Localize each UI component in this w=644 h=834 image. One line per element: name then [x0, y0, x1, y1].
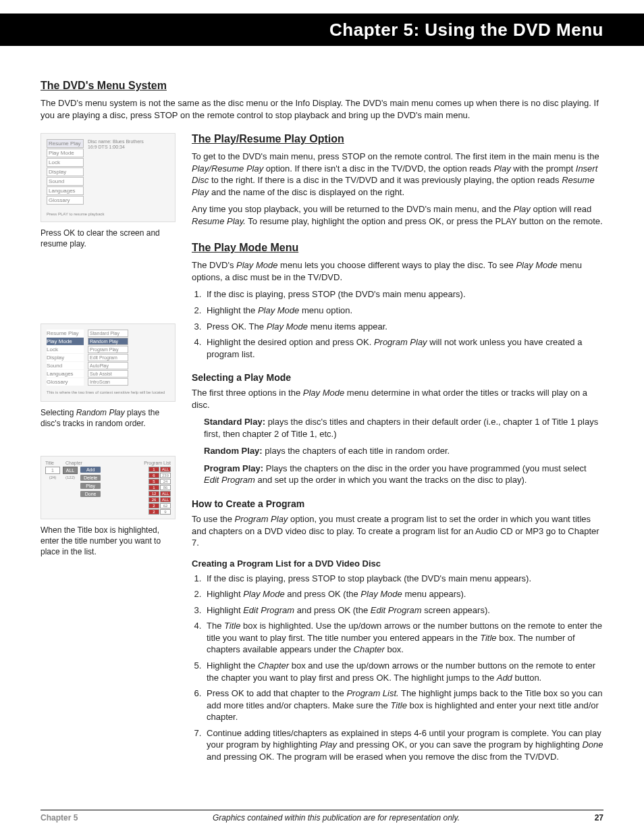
- step: The Title box is highlighted. Use the up…: [204, 620, 603, 656]
- figure3-caption: When the Title box is highlighted, enter…: [41, 525, 176, 558]
- standard-play-desc: Standard Play: plays the disc's titles a…: [204, 416, 603, 440]
- step: Highlight Play Mode and press OK (the Pl…: [204, 588, 603, 600]
- subsection-create-program-title: How to Create a Program: [192, 498, 603, 509]
- fig3-add-button: Add: [80, 467, 101, 473]
- section2-p1: To get to the DVD's main menu, press STO…: [192, 151, 603, 198]
- fig2-right-item: Random Play: [88, 338, 128, 345]
- fig2-right-item: Edit Program: [88, 354, 128, 361]
- fig1-disc-name: Disc name: Blues Brothers: [88, 139, 144, 145]
- footer-disclaimer: Graphics contained within this publicati…: [78, 813, 594, 823]
- step: Highlight Edit Program and press OK (the…: [204, 604, 603, 617]
- fig2-left-item: Glossary: [47, 378, 84, 386]
- section4-p1: The first three options in the Play Mode…: [192, 387, 603, 411]
- fig1-menu-item: Lock: [47, 158, 84, 167]
- section3-p1: The DVD's Play Mode menu lets you choose…: [192, 259, 603, 283]
- fig2-left-item: Display: [47, 354, 84, 361]
- figure2-caption: Selecting Random Play plays the disc's t…: [41, 407, 176, 429]
- chapter-title: Chapter 5: Using the DVD Menu: [329, 20, 603, 41]
- section-play-resume-title: The Play/Resume Play Option: [192, 133, 603, 145]
- fig3-program-list: 1ALL 6239 524 186 12ALL 26ALL 262 29: [149, 467, 171, 515]
- fig2-right-item: Program Play: [88, 346, 128, 353]
- fig1-menu-item: Display: [47, 167, 84, 176]
- footer-page-number: 27: [595, 813, 603, 823]
- fig1-menu-item: Languages: [47, 186, 84, 195]
- fig3-title-box: 1: [45, 467, 60, 474]
- fig3-delete-button: Delete: [80, 475, 101, 481]
- fig3-title-label: Title: [45, 461, 63, 465]
- footer-chapter: Chapter 5: [41, 813, 78, 823]
- fig1-menu-item: Play Mode: [47, 149, 84, 157]
- fig3-programlist-label: Program List: [144, 461, 171, 465]
- section1-paragraph: The DVD's menu system is not the same as…: [41, 97, 603, 121]
- fig1-disc-info: 16:9 DTS 1:00:34: [88, 145, 144, 150]
- section3-steps: If the disc is playing, press STOP (the …: [192, 288, 603, 360]
- section2-p2: Any time you stop playback, you will be …: [192, 203, 603, 227]
- fig2-left-item: Lock: [47, 346, 84, 353]
- section-play-mode-title: The Play Mode Menu: [192, 242, 603, 254]
- fig1-menu-item: Glossary: [47, 196, 84, 205]
- step: Highlight the Play Mode menu option.: [204, 305, 603, 317]
- fig1-menu-item: Resume Play: [47, 139, 84, 148]
- page: Chapter 5: Using the DVD Menu The DVD's …: [0, 0, 644, 834]
- fig2-right-item: IntroScan: [88, 378, 128, 386]
- fig3-chapter-label: Chapter: [65, 461, 83, 465]
- page-footer: Chapter 5 Graphics contained within this…: [41, 810, 603, 823]
- fig2-footer: This is where the two lines of context s…: [47, 390, 169, 395]
- step: Press OK. The Play Mode menu items appea…: [204, 321, 603, 333]
- fig2-left-item: Sound: [47, 362, 84, 369]
- fig3-title-count: (24): [45, 475, 60, 479]
- fig3-done-button: Done: [80, 491, 101, 497]
- fig2-left-item: Resume Play: [47, 330, 84, 337]
- section5-p1: To use the Program Play option, you must…: [192, 513, 603, 549]
- figure1-caption: Press OK to clear the screen and resume …: [41, 228, 176, 249]
- figure-play-mode-menu: Resume Play Play Mode Lock Display Sound…: [41, 323, 176, 401]
- chapter-header: Chapter 5: Using the DVD Menu: [0, 14, 644, 46]
- step: If the disc is playing, press STOP (the …: [204, 288, 603, 301]
- step: Highlight the desired option and press O…: [204, 336, 603, 360]
- section-dvd-menu-system-title: The DVD's Menu System: [41, 80, 603, 92]
- fig1-footer: Press PLAY to resume playback: [47, 212, 169, 216]
- random-play-desc: Random Play: plays the chapters of each …: [204, 445, 603, 457]
- fig3-chapter-box: ALL: [63, 467, 78, 474]
- fig2-right-item: Sub Assist: [88, 370, 128, 377]
- subsection-create-program-list-title: Creating a Program List for a DVD Video …: [192, 558, 603, 569]
- fig2-left-item: Play Mode: [47, 338, 84, 345]
- step: Press OK to add that chapter to the Prog…: [204, 687, 603, 723]
- fig2-right-item: Standard Play: [88, 330, 128, 337]
- fig1-menu-item: Sound: [47, 177, 84, 186]
- step: Continue adding titles/chapters as expla…: [204, 727, 603, 763]
- figure-program-list: Title Chapter Program List 1 (24) ALL (1…: [41, 456, 176, 519]
- fig2-left-item: Languages: [47, 370, 84, 377]
- subsection-selecting-playmode-title: Selecting a Play Mode: [192, 372, 603, 383]
- program-play-desc: Program Play: Plays the chapters on the …: [204, 463, 603, 486]
- fig3-chapter-count: (122): [63, 475, 78, 479]
- step: If the disc is playing, press STOP to st…: [204, 573, 603, 585]
- fig3-play-button: Play: [80, 483, 101, 489]
- section6-steps: If the disc is playing, press STOP to st…: [192, 573, 603, 763]
- figure-main-menu: Resume Play Play Mode Lock Display Sound…: [41, 133, 176, 222]
- step: Highlight the Chapter box and use the up…: [204, 660, 603, 683]
- fig2-right-item: AutoPlay: [88, 362, 128, 369]
